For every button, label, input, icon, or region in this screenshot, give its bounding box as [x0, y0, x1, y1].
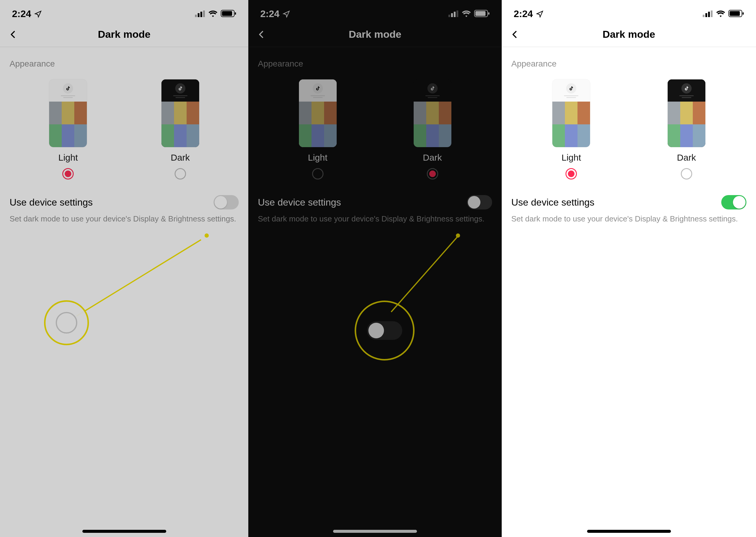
- wifi-icon: [208, 8, 218, 20]
- theme-preview-light: [552, 79, 590, 147]
- theme-row: Light Dark: [248, 73, 502, 183]
- device-settings-toggle[interactable]: [467, 195, 492, 209]
- signal-icon: [195, 8, 205, 20]
- phone-panel-3: 2:24 Dark mode Appearance: [502, 0, 756, 537]
- location-arrow-icon: [536, 10, 544, 18]
- theme-label-light: Light: [562, 152, 581, 163]
- device-settings-toggle[interactable]: [721, 195, 746, 209]
- svg-rect-17: [711, 11, 713, 17]
- header: Dark mode: [0, 22, 248, 47]
- theme-option-dark[interactable]: Dark: [162, 79, 199, 180]
- radio-dark[interactable]: [174, 168, 186, 180]
- home-indicator[interactable]: [82, 530, 166, 533]
- battery-icon: [474, 8, 490, 20]
- callout-line: [391, 236, 458, 312]
- device-settings-row: Use device settings: [0, 183, 248, 212]
- status-time: 2:24: [12, 8, 31, 20]
- radio-light[interactable]: [312, 168, 323, 180]
- device-settings-row: Use device settings: [502, 183, 756, 212]
- svg-rect-16: [708, 12, 710, 17]
- header: Dark mode: [248, 22, 502, 47]
- section-appearance-label: Appearance: [248, 47, 502, 73]
- theme-row: Light Dark: [0, 73, 248, 183]
- device-settings-description: Set dark mode to use your device's Displ…: [248, 212, 502, 224]
- theme-label-light: Light: [308, 152, 327, 163]
- callout-anchor-dot: [205, 233, 209, 238]
- theme-label-light: Light: [58, 152, 78, 163]
- location-arrow-icon: [34, 10, 42, 18]
- header: Dark mode: [502, 22, 756, 47]
- theme-preview-light: [299, 79, 337, 147]
- tiktok-icon: [566, 83, 576, 94]
- device-settings-row: Use device settings: [248, 183, 502, 212]
- phone-panel-2: 2:24 Dark mode Appearance: [248, 0, 502, 537]
- svg-rect-9: [454, 12, 456, 17]
- device-settings-label: Use device settings: [10, 197, 93, 208]
- theme-preview-dark: [668, 79, 705, 147]
- theme-label-dark: Dark: [677, 152, 696, 163]
- svg-rect-19: [730, 11, 740, 16]
- back-button[interactable]: [254, 27, 269, 42]
- home-indicator[interactable]: [333, 530, 417, 533]
- svg-rect-0: [195, 15, 197, 17]
- svg-rect-5: [222, 11, 232, 16]
- svg-rect-8: [451, 13, 453, 17]
- theme-label-dark: Dark: [171, 152, 190, 163]
- svg-rect-3: [203, 11, 205, 17]
- theme-row: Light Dark: [502, 73, 756, 183]
- page-title: Dark mode: [349, 28, 401, 40]
- theme-preview-light: [49, 79, 87, 147]
- svg-rect-6: [235, 12, 236, 15]
- svg-rect-12: [475, 11, 485, 16]
- status-bar: 2:24: [0, 0, 248, 22]
- back-button[interactable]: [508, 27, 522, 42]
- svg-rect-14: [703, 15, 704, 17]
- signal-icon: [448, 8, 459, 20]
- page-title: Dark mode: [603, 28, 655, 40]
- status-time: 2:24: [514, 8, 533, 20]
- phone-panel-1: 2:24 Dark mode Appearance: [0, 0, 248, 537]
- battery-icon: [729, 8, 744, 20]
- device-settings-label: Use device settings: [511, 197, 594, 208]
- wifi-icon: [716, 8, 726, 20]
- svg-rect-10: [457, 11, 458, 17]
- tiktok-icon: [681, 83, 692, 94]
- svg-rect-13: [488, 12, 489, 15]
- tiktok-icon: [428, 83, 437, 94]
- svg-rect-15: [705, 13, 707, 17]
- status-bar: 2:24: [248, 0, 502, 22]
- callout-line: [76, 239, 201, 316]
- theme-preview-dark: [162, 79, 199, 147]
- battery-icon: [221, 8, 236, 20]
- device-settings-toggle[interactable]: [213, 195, 239, 209]
- home-indicator[interactable]: [587, 530, 671, 533]
- radio-dark[interactable]: [427, 168, 438, 180]
- svg-rect-1: [198, 13, 200, 17]
- svg-rect-7: [448, 15, 450, 17]
- theme-option-dark[interactable]: Dark: [668, 79, 705, 180]
- device-settings-label: Use device settings: [258, 197, 341, 208]
- page-title: Dark mode: [98, 28, 151, 40]
- radio-dark[interactable]: [681, 168, 692, 180]
- svg-rect-20: [742, 12, 744, 15]
- device-settings-description: Set dark mode to use your device's Displ…: [502, 212, 756, 224]
- tiktok-icon: [313, 83, 323, 94]
- tiktok-icon: [63, 83, 73, 94]
- radio-light[interactable]: [62, 168, 74, 180]
- theme-option-light[interactable]: Light: [552, 79, 590, 180]
- back-button[interactable]: [6, 27, 20, 42]
- status-time: 2:24: [260, 8, 280, 20]
- status-bar: 2:24: [502, 0, 756, 22]
- callout-anchor-dot: [456, 233, 460, 238]
- section-appearance-label: Appearance: [502, 47, 756, 73]
- svg-rect-2: [200, 12, 202, 17]
- wifi-icon: [462, 8, 471, 20]
- theme-option-dark[interactable]: Dark: [414, 79, 451, 180]
- theme-preview-dark: [414, 79, 451, 147]
- theme-option-light[interactable]: Light: [49, 79, 87, 180]
- theme-option-light[interactable]: Light: [299, 79, 337, 180]
- callout-highlight-ring: [44, 300, 89, 345]
- location-arrow-icon: [283, 10, 290, 18]
- signal-icon: [703, 8, 713, 20]
- radio-light[interactable]: [565, 168, 577, 180]
